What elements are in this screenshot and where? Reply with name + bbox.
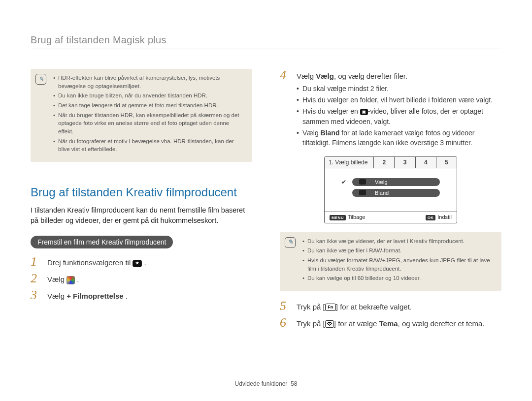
fn-key-icon: Fn [325,304,336,311]
wizard-tab[interactable]: 3 [395,157,415,168]
left-column: ✎ HDR-effekten kan blive påvirket af kam… [31,69,252,333]
movie-icon: ▣ [360,109,368,115]
option-row-select[interactable]: ✔ Vælg [341,178,440,186]
steps-right-a: 4 Vælg Vælg, og vælg derefter filer. Du … [280,69,501,150]
step-text: , og vælg derefter et tema. [398,319,485,328]
option-label: Vælg [375,179,388,185]
page-header: Brug af tilstanden Magisk plus [31,34,501,49]
note-item: Du kan ikke vælge videoer, der er lavet … [302,237,495,246]
steps-left: 1 Drej funktionsvælgeren til . 2 Vælg . … [31,255,252,302]
step-bold: + Filmoprettelse [66,292,123,300]
creative-movie-icon [66,276,75,284]
step-number: 3 [31,289,47,302]
step-number: 2 [31,272,47,285]
step-number: 4 [280,69,297,82]
step-6: 6 Tryk på [ ] for at vælge Tema, og vælg… [280,316,501,329]
note-icon: ✎ [35,74,46,85]
check-icon: ✔ [341,179,347,185]
step-text: Vælg [47,275,66,283]
step-number: 1 [31,255,47,268]
ok-key-icon: OK [426,215,436,220]
step-text: ] for at bekræfte valget. [336,303,412,311]
step-text: Tryk på [ [297,303,325,311]
shuffle-icon [359,190,366,195]
footer-page: 58 [291,380,297,387]
menu-key-icon: MENU [330,215,346,220]
mode-dial-icon [133,260,142,267]
step-bold: Vælg [316,72,334,80]
step-text: . [77,275,79,283]
step-text: ] for at vælge [334,319,379,328]
option-row-shuffle[interactable]: Bland [341,189,440,197]
set-hint: OKIndstil [426,214,452,220]
bullet-text: Hvis du vælger en [302,107,360,115]
steps-right-b: 5 Tryk på [Fn] for at bekræfte valget. 6… [280,300,501,329]
option-label: Bland [375,190,389,196]
step-bullet: Du skal vælge mindst 2 filer. [297,84,501,93]
step-text: . [126,292,128,300]
page-footer: Udvidede funktioner 58 [0,380,532,387]
step-3: 3 Vælg + Filmoprettelse . [31,289,252,302]
back-hint: MENUTilbage [330,214,365,220]
note-item: HDR-effekten kan blive påvirket af kamer… [53,74,245,90]
step-1: 1 Drej funktionsvælgeren til . [31,255,252,268]
step-bullet: Vælg Bland for at lade kameraet vælge fo… [297,128,501,148]
note-item: Du kan ikke vælge filer i RAW-format. [302,247,495,255]
back-label: Tilbage [348,214,366,220]
subsection-pill: Fremstil en film med Kreativ filmproduce… [31,236,173,248]
wizard-tab[interactable]: 5 [436,157,457,168]
step-5: 5 Tryk på [Fn] for at bekræfte valget. [280,300,501,312]
step-number: 5 [280,300,297,312]
step-text: Vælg [47,292,66,300]
wifi-key-icon [325,320,334,328]
bullet-text: Vælg [302,129,321,137]
two-column-layout: ✎ HDR-effekten kan blive påvirket af kam… [31,69,501,333]
step-number: 6 [280,316,297,329]
note-box-limits: ✎ Du kan ikke vælge videoer, der er lave… [280,232,501,291]
bullet-bold: Bland [321,129,340,137]
note-item: Når du fotograferer et motiv i bevægelse… [53,137,245,154]
section-heading: Brug af tilstanden Kreativ filmproducent [31,185,252,199]
wizard-tab-active[interactable]: 1. Vælg billede [325,157,374,168]
note-item: Du kan vælge op til 60 billeder og 10 vi… [302,274,495,282]
step-text: , og vælg derefter filer. [334,72,407,80]
camera-footer: MENUTilbage OKIndstil [325,212,457,223]
step-text: Vælg [297,72,316,80]
footer-section: Udvidede funktioner [235,380,288,387]
wizard-tab[interactable]: 4 [416,157,436,168]
note-item: Hvis du vælger formatet RAW+JPEG, anvend… [302,256,495,273]
camera-screen: 1. Vælg billede 2 3 4 5 ✔ Vælg Bland MEN… [324,156,457,223]
note-icon: ✎ [285,237,296,248]
note-item: Det kan tage længere tid at gemme et fot… [53,101,245,110]
note-item: Når du bruger tilstanden HDR, kan eksemp… [53,111,245,136]
step-bullet: Hvis du vælger en ▣-video, bliver alle f… [297,106,501,126]
step-text: Tryk på [ [297,319,325,328]
wizard-tab[interactable]: 2 [374,157,395,168]
svg-point-0 [329,325,330,326]
step-text: Drej funktionsvælgeren til [47,258,133,267]
note-box-hdr: ✎ HDR-effekten kan blive påvirket af kam… [31,69,252,162]
step-2: 2 Vælg . [31,272,252,285]
step-bullet: Hvis du vælger en folder, vil hvert bill… [297,95,501,105]
set-label: Indstil [437,214,452,220]
note-item: Du kan ikke bruge blitzen, når du anvend… [53,92,245,100]
select-icon [359,179,366,185]
section-body: I tilstanden Kreativ filmproducent kan d… [31,205,252,226]
step-text: . [144,258,146,267]
wizard-tabs: 1. Vælg billede 2 3 4 5 [325,157,457,168]
step-4: 4 Vælg Vælg, og vælg derefter filer. Du … [280,69,501,150]
right-column: 4 Vælg Vælg, og vælg derefter filer. Du … [280,69,501,333]
step-bold: Tema [379,319,398,328]
